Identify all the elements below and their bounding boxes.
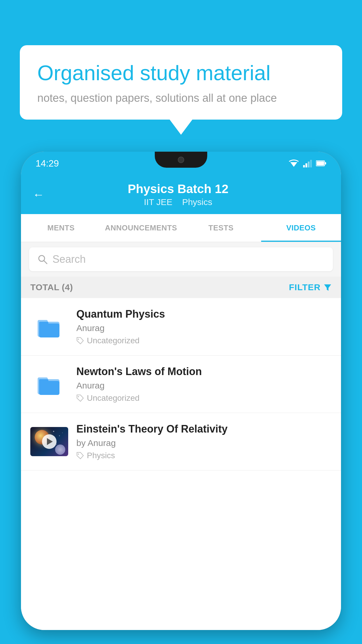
phone-screen-inner: 14:29	[21, 152, 341, 630]
filter-bar: TOTAL (4) FILTER	[21, 276, 341, 298]
tab-ments[interactable]: MENTS	[21, 214, 101, 242]
video-title: Einstein's Theory Of Relativity	[76, 423, 332, 435]
tag-icon	[76, 337, 84, 344]
phone-screen: 14:29	[21, 152, 341, 630]
svg-rect-7	[317, 161, 324, 165]
svg-line-9	[44, 260, 47, 264]
svg-point-27	[78, 454, 79, 455]
svg-point-20	[78, 396, 79, 397]
tab-videos[interactable]: VIDEOS	[261, 214, 341, 242]
svg-rect-2	[305, 163, 307, 167]
video-info: Einstein's Theory Of Relativity by Anura…	[76, 423, 332, 460]
svg-rect-19	[39, 379, 48, 383]
status-icons	[289, 159, 326, 167]
search-icon	[37, 254, 48, 265]
camera	[178, 157, 184, 163]
search-placeholder: Search	[52, 253, 86, 265]
list-item[interactable]: Quantum Physics Anurag Uncategorized	[21, 298, 341, 356]
svg-rect-14	[39, 322, 48, 326]
signal-icon	[303, 159, 312, 167]
speech-bubble-container: Organised study material notes, question…	[20, 45, 342, 120]
video-author: Anurag	[76, 381, 332, 391]
play-triangle-icon	[47, 438, 53, 445]
filter-icon	[324, 283, 332, 291]
video-tag: Uncategorized	[76, 336, 332, 345]
svg-rect-3	[308, 162, 310, 167]
list-item[interactable]: Einstein's Theory Of Relativity by Anura…	[21, 413, 341, 470]
video-author: Anurag	[76, 323, 332, 333]
filter-button[interactable]: FILTER	[289, 282, 332, 292]
header-main-title: Physics Batch 12	[53, 182, 303, 196]
bubble-title: Organised study material	[37, 60, 325, 85]
folder-icon	[36, 371, 62, 397]
tag-icon	[76, 394, 84, 402]
video-title: Newton's Laws of Motion	[76, 365, 332, 378]
video-tag: Physics	[76, 451, 332, 460]
video-info: Newton's Laws of Motion Anurag Uncategor…	[76, 365, 332, 403]
video-list: Quantum Physics Anurag Uncategorized	[21, 298, 341, 630]
status-bar: 14:29	[21, 152, 341, 175]
svg-point-15	[78, 339, 79, 340]
header-subtitle-physics: Physics	[182, 197, 212, 207]
svg-rect-4	[310, 160, 312, 167]
svg-point-22	[59, 435, 60, 436]
speech-bubble: Organised study material notes, question…	[20, 45, 342, 120]
folder-icon	[36, 314, 62, 340]
battery-icon	[316, 160, 326, 167]
phone-frame: 14:29	[21, 152, 341, 630]
header-title-block: Physics Batch 12 IIT JEE Physics	[53, 182, 303, 207]
folder-icon-container	[30, 312, 68, 341]
header-subtitle: IIT JEE Physics	[53, 197, 303, 207]
video-author: by Anurag	[76, 438, 332, 448]
svg-point-25	[56, 444, 57, 445]
header-subtitle-iitjee: IIT JEE	[144, 197, 173, 207]
back-button[interactable]: ←	[33, 188, 44, 201]
svg-rect-6	[325, 162, 326, 164]
video-thumbnail	[30, 427, 68, 456]
list-item[interactable]: Newton's Laws of Motion Anurag Uncategor…	[21, 356, 341, 413]
video-info: Quantum Physics Anurag Uncategorized	[76, 308, 332, 345]
total-count: TOTAL (4)	[30, 282, 73, 292]
svg-marker-0	[290, 162, 297, 167]
video-title: Quantum Physics	[76, 308, 332, 320]
folder-icon-container	[30, 370, 68, 399]
svg-rect-1	[303, 165, 305, 167]
video-tag: Uncategorized	[76, 393, 332, 403]
svg-point-21	[53, 431, 54, 432]
search-container: Search	[21, 242, 341, 276]
status-time: 14:29	[36, 158, 59, 169]
app-header: ← Physics Batch 12 IIT JEE Physics	[21, 175, 341, 214]
notch	[155, 152, 207, 168]
tag-icon	[76, 452, 84, 459]
play-button[interactable]	[42, 434, 57, 449]
search-bar[interactable]: Search	[29, 247, 333, 271]
svg-marker-10	[324, 284, 331, 291]
tab-announcements[interactable]: ANNOUNCEMENTS	[101, 214, 181, 242]
wifi-icon	[289, 159, 299, 167]
tabs-bar: MENTS ANNOUNCEMENTS TESTS VIDEOS	[21, 214, 341, 242]
svg-point-23	[62, 433, 63, 433]
tab-tests[interactable]: TESTS	[181, 214, 261, 242]
bubble-subtitle: notes, question papers, solutions all at…	[37, 92, 325, 104]
